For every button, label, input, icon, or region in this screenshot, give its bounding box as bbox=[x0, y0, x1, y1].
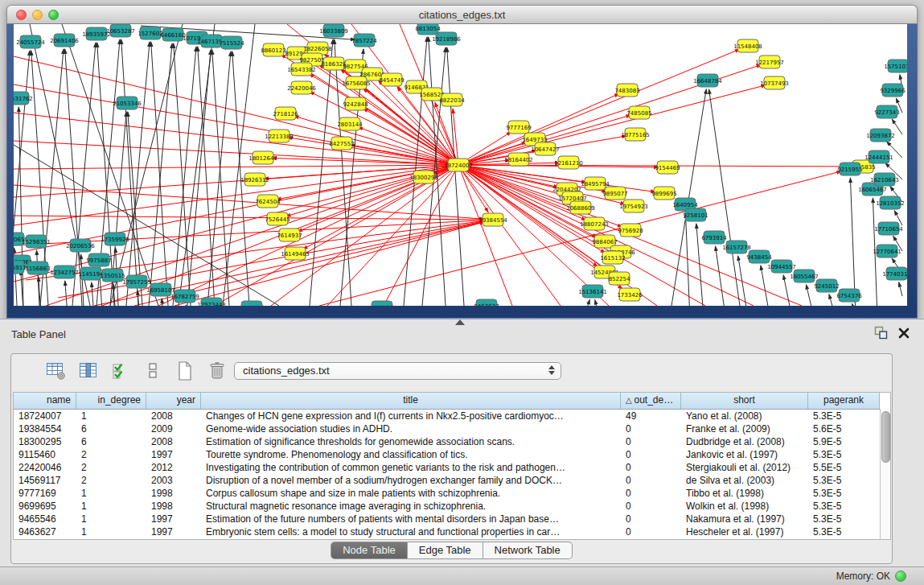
graph-node[interactable]: 7624504 bbox=[255, 195, 281, 208]
graph-node[interactable]: 9242848 bbox=[343, 97, 368, 110]
table-row[interactable]: 1872400712008Changes of HCN gene express… bbox=[14, 410, 890, 422]
column-header-year[interactable]: year bbox=[146, 393, 201, 409]
column-header-name[interactable]: name bbox=[14, 393, 76, 409]
graph-node[interactable]: 12342757 bbox=[50, 266, 79, 278]
graph-node[interactable]: 7852636 bbox=[239, 301, 265, 306]
graph-node[interactable]: 16782759 bbox=[170, 290, 199, 303]
graph-node[interactable]: 17710654 bbox=[874, 222, 903, 235]
graph-node[interactable]: 16033662 bbox=[368, 301, 396, 306]
graph-node[interactable]: 7515524 bbox=[219, 36, 244, 49]
graph-node[interactable]: 12161210 bbox=[554, 156, 583, 169]
graph-node[interactable]: 9329966 bbox=[880, 84, 906, 97]
graph-node[interactable]: 16210643 bbox=[870, 173, 899, 186]
graph-node[interactable]: 19754923 bbox=[619, 200, 648, 212]
graph-node[interactable]: 18012647 bbox=[248, 151, 277, 164]
graph-node[interactable]: 9899695 bbox=[651, 187, 676, 200]
graph-node[interactable]: 16033809 bbox=[319, 24, 348, 37]
table-row[interactable]: 1830029562008Estimation of significance … bbox=[14, 435, 890, 448]
show-columns-button[interactable] bbox=[77, 360, 100, 382]
graph-node[interactable]: 15298351 bbox=[22, 235, 51, 248]
graph-node[interactable]: 16648784 bbox=[693, 74, 722, 87]
graph-node[interactable]: 12093872 bbox=[866, 129, 895, 142]
graph-node[interactable]: 9463627 bbox=[474, 299, 499, 306]
select-rows-button[interactable] bbox=[109, 360, 132, 382]
graph-node[interactable]: 9895077 bbox=[602, 187, 627, 200]
column-header-in_degree[interactable]: in_degree bbox=[76, 393, 146, 409]
graph-node[interactable]: 20691406 bbox=[50, 34, 79, 47]
graph-node[interactable]: 12444151 bbox=[864, 150, 893, 163]
graph-node[interactable]: 10653287 bbox=[106, 24, 135, 37]
graph-node[interactable]: 9154469 bbox=[655, 161, 680, 174]
tab-edge-table[interactable]: Edge Table bbox=[408, 542, 483, 559]
table-row[interactable]: 911546021997Tourette syndrome. Phenomeno… bbox=[14, 448, 890, 461]
graph-node[interactable]: 12810352 bbox=[876, 196, 905, 209]
graph-node[interactable]: 16157278 bbox=[722, 241, 751, 253]
column-header-short[interactable]: short bbox=[681, 393, 808, 409]
graph-node[interactable]: 15136141 bbox=[578, 285, 607, 298]
graph-node[interactable]: 8454749 bbox=[379, 73, 404, 86]
graph-node[interactable]: 17359928 bbox=[101, 233, 129, 245]
graph-node[interactable]: 18164402 bbox=[504, 153, 533, 166]
graph-node[interactable]: 10688609 bbox=[566, 201, 595, 214]
close-panel-button[interactable] bbox=[898, 328, 910, 342]
graph-node[interactable]: 12213389 bbox=[265, 130, 294, 142]
graph-node[interactable]: 1350515 bbox=[100, 269, 125, 282]
graph-node[interactable]: 9975887 bbox=[86, 253, 111, 266]
graph-node[interactable]: 852254 bbox=[609, 272, 630, 285]
graph-node[interactable]: 18300295 bbox=[409, 171, 438, 183]
graph-node[interactable]: 10647427 bbox=[531, 142, 560, 155]
graph-node[interactable]: 21053346 bbox=[113, 97, 142, 109]
graph-node[interactable]: 24055724 bbox=[16, 35, 45, 48]
scrollbar-thumb[interactable] bbox=[881, 411, 890, 463]
delete-columns-button[interactable] bbox=[206, 360, 228, 382]
graph-node[interactable]: 1615132 bbox=[600, 251, 625, 264]
graph-node[interactable]: 9215955 bbox=[837, 163, 862, 175]
row-layout-button[interactable] bbox=[142, 360, 164, 382]
panel-collapse-handle[interactable] bbox=[455, 319, 465, 325]
window-titlebar[interactable]: citations_edges.txt bbox=[6, 5, 918, 24]
tab-network-table[interactable]: Network Table bbox=[483, 542, 573, 559]
graph-node[interactable]: 7485085 bbox=[626, 106, 651, 119]
graph-node[interactable]: 18724007 bbox=[444, 159, 473, 171]
table-row[interactable]: 2242004622012Investigating the contribut… bbox=[14, 461, 890, 474]
create-column-button[interactable] bbox=[174, 360, 196, 382]
graph-node[interactable]: 9227343 bbox=[874, 105, 899, 118]
graph-node[interactable]: 12923448 bbox=[197, 298, 226, 306]
network-graph-canvas[interactable]: 1872400718300295886012389129551822605898… bbox=[14, 24, 907, 306]
graph-node[interactable]: 1733426 bbox=[617, 288, 643, 301]
graph-node[interactable]: 9438454 bbox=[746, 250, 772, 263]
memory-status-icon[interactable] bbox=[895, 571, 906, 582]
column-header-out_de[interactable]: △ out_de… bbox=[621, 393, 681, 409]
graph-node[interactable]: 11548408 bbox=[733, 39, 762, 52]
graph-node[interactable]: 10944557 bbox=[767, 260, 796, 273]
graph-node[interactable]: 6466160 bbox=[160, 28, 185, 41]
graph-node[interactable]: 17740312 bbox=[882, 267, 907, 280]
graph-node[interactable]: 19384554 bbox=[478, 213, 507, 226]
graph-node[interactable]: 12217957 bbox=[755, 56, 784, 68]
column-header-title[interactable]: title bbox=[201, 393, 621, 409]
graph-node[interactable]: 19218986 bbox=[432, 32, 461, 45]
graph-node[interactable]: 8427552 bbox=[329, 137, 354, 150]
graph-node[interactable]: 7483083 bbox=[614, 84, 639, 97]
graph-node[interactable]: 10737493 bbox=[760, 76, 789, 89]
table-mode-button[interactable] bbox=[45, 360, 68, 382]
network-table-select[interactable]: citations_edges.txt bbox=[234, 362, 561, 380]
graph-node[interactable]: 8860123 bbox=[261, 43, 285, 56]
graph-node[interactable]: 9756928 bbox=[618, 224, 643, 237]
graph-node[interactable]: 18775165 bbox=[621, 128, 650, 141]
graph-node[interactable]: 9777169 bbox=[506, 121, 531, 134]
graph-node[interactable]: 16756085 bbox=[342, 76, 371, 89]
graph-node[interactable]: 6793914 bbox=[701, 231, 727, 244]
graph-node[interactable]: 2803144 bbox=[337, 117, 363, 130]
graph-node[interactable]: 7614937 bbox=[277, 229, 302, 241]
tab-node-table[interactable]: Node Table bbox=[331, 542, 408, 559]
table-row[interactable]: 946554611997Estimation of the future num… bbox=[14, 513, 890, 525]
graph-node[interactable]: 6754376 bbox=[836, 289, 862, 302]
graph-node[interactable]: 1156863 bbox=[25, 262, 50, 274]
table-row[interactable]: 977716911998Corpus callosum shape and si… bbox=[14, 487, 890, 500]
graph-node[interactable]: 15751074 bbox=[884, 60, 907, 72]
graph-node[interactable]: 9245012 bbox=[814, 279, 839, 292]
graph-node[interactable]: 12770641 bbox=[873, 245, 901, 257]
graph-node[interactable]: 9258101 bbox=[683, 208, 708, 221]
graph-node[interactable]: 16055467 bbox=[790, 270, 819, 282]
